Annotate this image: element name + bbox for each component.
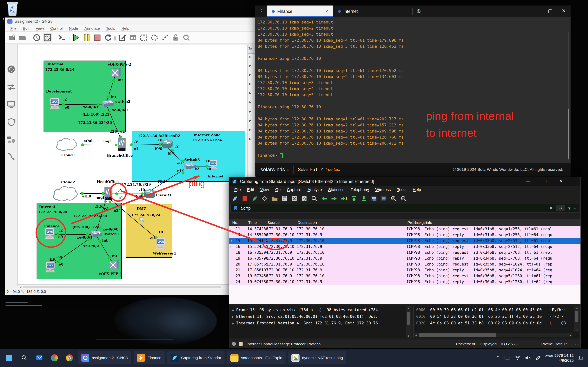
browse-end-devices-button[interactable] (6, 99, 17, 110)
dock-node-expander-icon[interactable]: ▶ (249, 64, 253, 67)
notification-bell-icon[interactable] (579, 355, 583, 360)
node-cloud2[interactable] (49, 185, 82, 202)
open-project-button[interactable] (18, 33, 27, 42)
browse-switches-button[interactable] (6, 82, 17, 92)
link[interactable] (168, 148, 186, 165)
packet-row[interactable]: 1916.735790172.30.76.10172.31.76.9ICMP98… (229, 255, 580, 261)
terminal-scrollbar[interactable] (568, 32, 569, 160)
go-bottom-button[interactable] (360, 195, 368, 202)
find-packet-button[interactable] (310, 195, 318, 202)
menu-tools[interactable]: Tools (104, 25, 118, 31)
close-file-button[interactable] (290, 195, 298, 202)
open-file-button[interactable] (270, 195, 278, 202)
go-back-button[interactable] (320, 195, 328, 202)
node-branchoffice[interactable] (117, 138, 126, 151)
gns3-topology-canvas[interactable]: VPCS VPCS VPCS VPCS VPCS (18, 45, 247, 285)
hex-vscrollbar[interactable]: ▲ ▼ (574, 306, 579, 332)
menu-wireless[interactable]: Wireless (372, 186, 393, 194)
tab-internet[interactable]: Internet (333, 6, 409, 17)
add-label-button[interactable]: a cb (43, 33, 52, 42)
link[interactable] (148, 170, 184, 192)
go-to-packet-button[interactable] (340, 195, 348, 202)
stop-capture-button[interactable] (241, 195, 249, 202)
node-development[interactable]: VPCS (50, 98, 60, 110)
close-button[interactable]: ✕ (557, 6, 571, 17)
mail-icon[interactable] (34, 352, 45, 364)
chrome-icon[interactable] (64, 352, 75, 364)
node-ciscor1[interactable] (144, 189, 156, 199)
draw-line-button[interactable] (160, 33, 170, 42)
filter-input[interactable]: icmp (241, 206, 251, 211)
dock-node-expander-icon[interactable]: ▶ (249, 137, 253, 141)
maximize-button[interactable]: ▢ (543, 6, 557, 17)
search-icon[interactable] (18, 352, 30, 364)
draw-ellipse-button[interactable] (150, 33, 159, 42)
column-header-time[interactable]: Time (247, 219, 257, 226)
packet-row[interactable]: 1414.385406172.30.76.10172.31.76.9ICMP98… (229, 232, 580, 238)
colorize-button[interactable] (380, 195, 388, 202)
auto-scroll-button[interactable] (370, 195, 378, 202)
expert-info-icon[interactable] (232, 342, 236, 346)
reload-button[interactable] (103, 33, 113, 42)
zoom-out-button[interactable] (399, 195, 407, 202)
snapshot-button[interactable] (32, 33, 42, 42)
tray-chevron-icon[interactable]: ⌃ (496, 355, 500, 360)
gns3-title-bar[interactable]: assignment2 - GNS3 (5, 18, 256, 25)
node-headoffice[interactable] (104, 187, 113, 200)
node-ciscor2[interactable] (161, 139, 173, 149)
packet-list-header[interactable]: No.TimeSourceDestinationProtocolLengthIn… (229, 219, 580, 226)
add-note-button[interactable] (118, 33, 127, 42)
menu-telephony[interactable]: Telephony (348, 186, 372, 194)
stop-button[interactable] (93, 33, 102, 42)
node-switch2[interactable] (99, 100, 113, 108)
restart-capture-button[interactable] (251, 195, 259, 202)
add-link-button[interactable] (6, 152, 17, 163)
capture-filters-button[interactable] (260, 195, 269, 202)
packet-row[interactable]: 1114.374238172.31.76.9172.30.76.10ICMP98… (229, 226, 580, 232)
menu-analyze[interactable]: Analyze (305, 186, 325, 194)
terminal[interactable]: 172.30.76.10 icmp_seq=1 timeout172.30.76… (255, 17, 571, 163)
node-vqfx-pfe-2[interactable] (110, 67, 121, 78)
maximize-button[interactable]: ▢ (536, 177, 553, 185)
minimize-button[interactable]: — (530, 6, 543, 17)
lock-button[interactable] (171, 33, 181, 42)
dock-node-expander-icon[interactable]: ▶ (249, 91, 253, 95)
menu-view[interactable]: View (258, 186, 272, 194)
node-hr[interactable]: VPCS (45, 261, 55, 273)
dock-node-expander-icon[interactable]: ▶ (249, 73, 253, 77)
capture-comment-icon[interactable] (239, 342, 243, 346)
menu-file[interactable]: File (232, 186, 243, 194)
menu-statistics[interactable]: Statistics (325, 186, 347, 194)
menu-annotate[interactable]: Annotate (82, 25, 102, 31)
packet-row[interactable]: 2419.074530172.30.76.10172.31.76.9ICMP98… (229, 279, 580, 285)
console-button[interactable] (57, 33, 67, 42)
browse-all-devices-button[interactable] (6, 134, 17, 145)
menu-help[interactable]: Help (119, 25, 132, 31)
capture-options-button[interactable] (231, 195, 239, 202)
scrollbar-thumb[interactable] (23, 286, 221, 288)
tab-close-icon[interactable]: ✕ (325, 9, 329, 14)
column-header-destination[interactable]: Destination (296, 219, 317, 226)
expander-icon[interactable]: ▶ (232, 322, 234, 325)
suspend-button[interactable] (82, 33, 92, 42)
dock-node-expander-icon[interactable]: ▶ (249, 82, 253, 86)
dock-node-expander-icon[interactable]: ▶ (249, 100, 253, 104)
gns3-canvas-hscrollbar[interactable]: ◀ ▶ (18, 285, 247, 289)
filter-clear-icon[interactable]: ✕ (549, 206, 553, 211)
menu-file[interactable]: File (8, 25, 19, 31)
node-switch3[interactable] (181, 163, 196, 170)
cast-display-icon[interactable] (505, 356, 510, 360)
go-forward-button[interactable] (330, 195, 338, 202)
packet-row[interactable]: ←1615.524515172.30.76.10172.31.76.9ICMP9… (229, 244, 580, 250)
zoom-button[interactable] (182, 33, 191, 42)
taskbar-app-wireshark[interactable]: Capturing from Standar (167, 351, 225, 364)
go-top-button[interactable] (350, 195, 358, 202)
node-capture-point[interactable] (138, 217, 145, 223)
wireshark-title-bar[interactable]: Capturing from Standard input [Switch3 E… (229, 177, 580, 186)
minimize-button[interactable]: — (520, 177, 536, 185)
menu-go[interactable]: Go (273, 186, 283, 194)
packet-row[interactable]: →1515.524158172.31.76.9172.30.76.10ICMP9… (229, 238, 580, 244)
packet-row[interactable]: 2017.857565172.31.76.9172.30.76.10ICMP98… (229, 261, 580, 267)
browse-routers-button[interactable] (6, 64, 17, 75)
packet-bytes-pane[interactable]: ◀ ▶ ▲ ▼ 000000 50 79 66 68 01 c2 01 08 4… (414, 306, 580, 338)
